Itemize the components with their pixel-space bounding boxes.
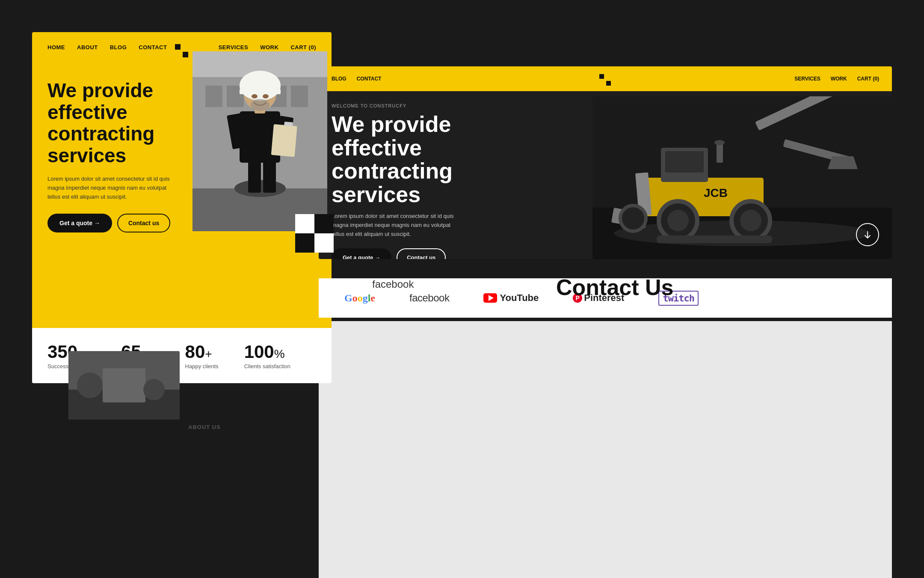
stat-clients: 80+ Happy clients <box>185 342 219 369</box>
worker-svg <box>192 51 327 231</box>
arrow-down-icon <box>863 230 872 239</box>
svg-point-44 <box>77 372 103 398</box>
svg-point-20 <box>263 94 269 98</box>
jcb-svg: JCB <box>592 96 892 259</box>
about-image <box>68 351 180 420</box>
checker-cell <box>295 214 314 233</box>
svg-point-46 <box>143 379 165 400</box>
dark-card-nav: BLOG CONTACT SERVICES WORK CART (0) <box>319 66 892 91</box>
about-label: ABOUT US <box>188 424 221 430</box>
dark-nav-services[interactable]: SERVICES <box>794 76 820 82</box>
svg-rect-13 <box>271 124 297 157</box>
brand-google[interactable]: Google <box>344 292 375 304</box>
svg-point-37 <box>620 206 646 231</box>
dark-contact-button[interactable]: Contact us <box>397 248 446 259</box>
dark-welcome-tag: WELCOME TO CONSTRUCFY <box>332 103 537 108</box>
svg-rect-9 <box>263 158 276 193</box>
logo-cell <box>175 52 181 57</box>
dark-logo[interactable] <box>599 74 611 86</box>
svg-rect-5 <box>291 86 308 107</box>
youtube-icon <box>483 293 497 303</box>
svg-point-40 <box>714 140 725 145</box>
dark-nav-left: BLOG CONTACT <box>332 76 381 82</box>
youtube-play-icon <box>489 295 494 301</box>
svg-marker-30 <box>828 156 858 169</box>
checker-cell <box>295 233 314 253</box>
logo-cell <box>183 52 188 57</box>
logo-cell <box>175 44 181 50</box>
dark-card-full: BLOG CONTACT SERVICES WORK CART (0) WELC… <box>319 66 892 259</box>
dark-hero-title: We provide effective contracting service… <box>332 113 537 206</box>
back-contact-button[interactable]: Contact us <box>117 214 170 232</box>
logo[interactable] <box>175 44 189 58</box>
logo-cell <box>183 44 188 50</box>
svg-rect-14 <box>284 122 293 127</box>
dark-nav-work[interactable]: WORK <box>831 76 847 82</box>
stat-clients-label: Happy clients <box>185 363 219 369</box>
logo-cell <box>599 81 604 86</box>
dark-nav-right: SERVICES WORK CART (0) <box>794 76 879 82</box>
nav-left: HOME ABOUT BLOG CONTACT <box>47 44 167 51</box>
dark-nav-blog[interactable]: BLOG <box>332 76 346 82</box>
nav-right: SERVICES WORK CART (0) <box>219 44 316 51</box>
checker-decoration <box>295 214 334 253</box>
nav-work[interactable]: WORK <box>260 44 278 51</box>
stat-satisfaction-label: Clients satisfaction <box>244 363 290 369</box>
dark-hero-content: WELCOME TO CONSTRUCFY We provide effecti… <box>319 91 550 259</box>
svg-rect-8 <box>248 158 261 193</box>
worker-image <box>192 51 327 231</box>
stat-satisfaction: 100% Clients satisfaction <box>244 342 290 369</box>
back-hero-title: We provide effective contracting service… <box>47 80 210 166</box>
logo-cell <box>606 81 611 86</box>
svg-point-17 <box>240 71 281 101</box>
dark-get-quote-button[interactable]: Get a quote → <box>332 248 391 259</box>
back-get-quote-button[interactable]: Get a quote → <box>47 214 112 232</box>
dark-btn-row: Get a quote → Contact us <box>332 248 537 259</box>
logo-cell <box>606 74 611 79</box>
svg-rect-2 <box>205 86 222 107</box>
worker-figure <box>192 51 327 231</box>
logo-cell <box>599 74 604 79</box>
svg-rect-18 <box>240 89 281 94</box>
nav-about[interactable]: ABOUT <box>77 44 98 51</box>
scroll-down-button[interactable] <box>856 223 879 246</box>
contact-us-label: Contact Us <box>556 276 673 298</box>
svg-rect-39 <box>717 143 723 163</box>
dark-nav-contact[interactable]: CONTACT <box>357 76 382 82</box>
nav-cart[interactable]: CART (0) <box>290 44 316 51</box>
dark-nav-cart[interactable]: CART (0) <box>857 76 879 82</box>
svg-text:JCB: JCB <box>704 186 728 200</box>
svg-point-34 <box>667 210 689 231</box>
about-image-svg <box>68 351 180 420</box>
brand-facebook[interactable]: facebook <box>409 292 449 304</box>
nav-contact[interactable]: CONTACT <box>139 44 167 51</box>
bottom-right-section <box>319 321 892 578</box>
nav-blog[interactable]: BLOG <box>110 44 127 51</box>
dark-hero-desc: Lorem ipsum dolor sit amet consectetur s… <box>332 212 460 238</box>
svg-rect-41 <box>657 235 772 243</box>
svg-rect-27 <box>665 151 704 173</box>
svg-rect-45 <box>103 368 145 402</box>
nav-services[interactable]: SERVICES <box>219 44 249 51</box>
stat-clients-num: 80+ <box>185 342 219 362</box>
brand-youtube[interactable]: YouTube <box>483 292 539 304</box>
svg-point-19 <box>252 94 258 98</box>
svg-point-36 <box>740 210 761 231</box>
jcb-background: JCB <box>592 96 892 259</box>
back-hero-desc: Lorem ipsum dolor sit amet consectetur s… <box>47 175 176 201</box>
stat-satisfaction-num: 100% <box>244 342 290 362</box>
nav-home[interactable]: HOME <box>47 44 65 51</box>
checker-cell <box>314 214 334 233</box>
contact-us-text: Contact Us <box>556 276 673 298</box>
checker-cell <box>314 233 334 253</box>
svg-point-21 <box>251 99 270 111</box>
